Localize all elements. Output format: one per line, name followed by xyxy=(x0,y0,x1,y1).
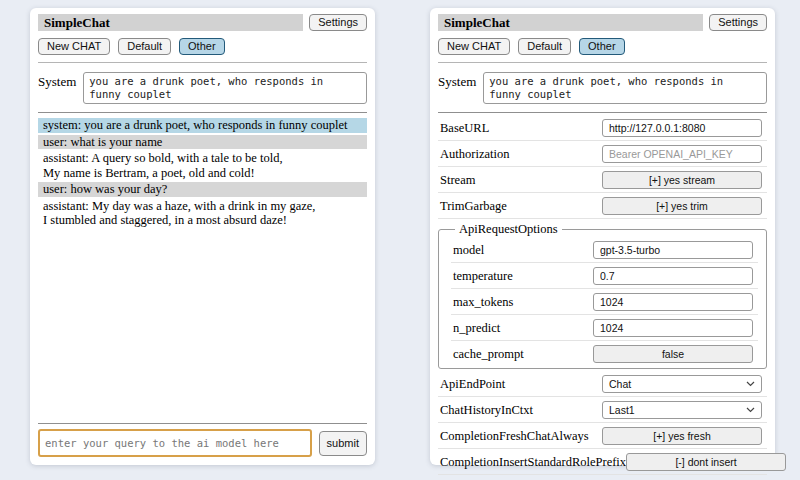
api-request-options-legend: ApiRequestOptions xyxy=(455,222,562,237)
chat-message-assistant: assistant: My day was a haze, with a dri… xyxy=(38,199,367,228)
chat-message-system: system: you are a drunk poet, who respon… xyxy=(38,118,367,133)
settings-list: BaseURL Authorization Stream [+] yes str… xyxy=(438,115,767,475)
session-row: New CHAT Default Other xyxy=(38,38,367,55)
max-tokens-label: max_tokens xyxy=(453,295,513,309)
divider xyxy=(438,62,767,63)
chat-panel: SimpleChat Settings New CHAT Default Oth… xyxy=(30,8,375,465)
model-label: model xyxy=(453,243,484,257)
setting-row-temperature: temperature xyxy=(451,263,758,289)
session-button-default[interactable]: Default xyxy=(118,38,171,55)
chat-message-user: user: how was your day? xyxy=(38,182,367,197)
divider xyxy=(38,423,367,424)
system-label: System xyxy=(38,72,76,90)
chat-history-select[interactable]: Last1 xyxy=(602,401,762,419)
n-predict-input[interactable] xyxy=(593,319,753,337)
setting-row-authorization: Authorization xyxy=(438,141,767,167)
header: SimpleChat Settings xyxy=(38,14,367,31)
divider xyxy=(38,112,367,113)
trimgarbage-label: TrimGarbage xyxy=(440,199,507,213)
chat-history-selected-value: Last1 xyxy=(609,404,635,416)
completion-fresh-label: CompletionFreshChatAlways xyxy=(440,429,589,443)
session-row: New CHAT Default Other xyxy=(438,38,767,55)
cache-prompt-toggle-button[interactable]: false xyxy=(593,345,753,363)
temperature-input[interactable] xyxy=(593,267,753,285)
session-button-other[interactable]: Other xyxy=(579,38,625,55)
settings-panel: SimpleChat Settings New CHAT Default Oth… xyxy=(430,8,775,465)
api-endpoint-select[interactable]: Chat xyxy=(602,375,762,393)
temperature-label: temperature xyxy=(453,269,513,283)
stream-toggle-button[interactable]: [+] yes stream xyxy=(602,171,762,189)
api-endpoint-label: ApiEndPoint xyxy=(440,377,505,391)
chat-message-user: user: what is your name xyxy=(38,135,367,150)
setting-row-stream: Stream [+] yes stream xyxy=(438,167,767,193)
trimgarbage-toggle-button[interactable]: [+] yes trim xyxy=(602,197,762,215)
setting-row-chat-history: ChatHistoryInCtxt Last1 xyxy=(438,397,767,423)
completion-insert-label: CompletionInsertStandardRolePrefix xyxy=(440,455,626,469)
api-request-options-fieldset: ApiRequestOptions model temperature max_… xyxy=(438,222,767,369)
session-button-default[interactable]: Default xyxy=(518,38,571,55)
chat-history-label: ChatHistoryInCtxt xyxy=(440,403,533,417)
submit-button[interactable]: submit xyxy=(319,431,367,456)
setting-row-model: model xyxy=(451,237,758,263)
baseurl-input[interactable] xyxy=(602,119,762,137)
settings-button[interactable]: Settings xyxy=(709,14,767,31)
system-prompt-input[interactable]: you are a drunk poet, who responds in fu… xyxy=(83,72,367,104)
settings-button[interactable]: Settings xyxy=(309,14,367,31)
authorization-input[interactable] xyxy=(602,145,762,163)
stream-label: Stream xyxy=(440,173,475,187)
setting-row-baseurl: BaseURL xyxy=(438,115,767,141)
setting-row-max-tokens: max_tokens xyxy=(451,289,758,315)
setting-row-trimgarbage: TrimGarbage [+] yes trim xyxy=(438,193,767,219)
max-tokens-input[interactable] xyxy=(593,293,753,311)
chevron-down-icon xyxy=(746,407,755,413)
chevron-down-icon xyxy=(746,381,755,387)
system-prompt-row: System you are a drunk poet, who respond… xyxy=(438,72,767,104)
setting-row-cache-prompt: cache_prompt false xyxy=(451,341,758,366)
setting-row-completion-insert: CompletionInsertStandardRolePrefix [-] d… xyxy=(438,449,767,475)
session-button-other[interactable]: Other xyxy=(179,38,225,55)
cache-prompt-label: cache_prompt xyxy=(453,347,524,361)
new-chat-button[interactable]: New CHAT xyxy=(438,38,510,55)
baseurl-label: BaseURL xyxy=(440,121,489,135)
spacer xyxy=(38,230,367,416)
query-input[interactable] xyxy=(38,429,312,457)
app-title: SimpleChat xyxy=(38,14,303,31)
n-predict-label: n_predict xyxy=(453,321,500,335)
api-endpoint-selected-value: Chat xyxy=(609,378,631,390)
setting-row-n-predict: n_predict xyxy=(451,315,758,341)
chat-message-assistant: assistant: A query so bold, with a tale … xyxy=(38,151,367,180)
app-title: SimpleChat xyxy=(438,14,703,31)
chat-log: system: you are a drunk poet, who respon… xyxy=(38,118,367,230)
divider xyxy=(38,62,367,63)
divider xyxy=(438,112,767,113)
model-input[interactable] xyxy=(593,241,753,259)
authorization-label: Authorization xyxy=(440,147,509,161)
system-prompt-row: System you are a drunk poet, who respond… xyxy=(38,72,367,104)
query-row: submit xyxy=(38,429,367,457)
setting-row-completion-fresh: CompletionFreshChatAlways [+] yes fresh xyxy=(438,423,767,449)
new-chat-button[interactable]: New CHAT xyxy=(38,38,110,55)
completion-insert-toggle-button[interactable]: [-] dont insert xyxy=(626,453,786,471)
completion-fresh-toggle-button[interactable]: [+] yes fresh xyxy=(602,427,762,445)
setting-row-api-endpoint: ApiEndPoint Chat xyxy=(438,371,767,397)
system-prompt-input[interactable]: you are a drunk poet, who responds in fu… xyxy=(483,72,767,104)
header: SimpleChat Settings xyxy=(438,14,767,31)
system-label: System xyxy=(438,72,476,90)
